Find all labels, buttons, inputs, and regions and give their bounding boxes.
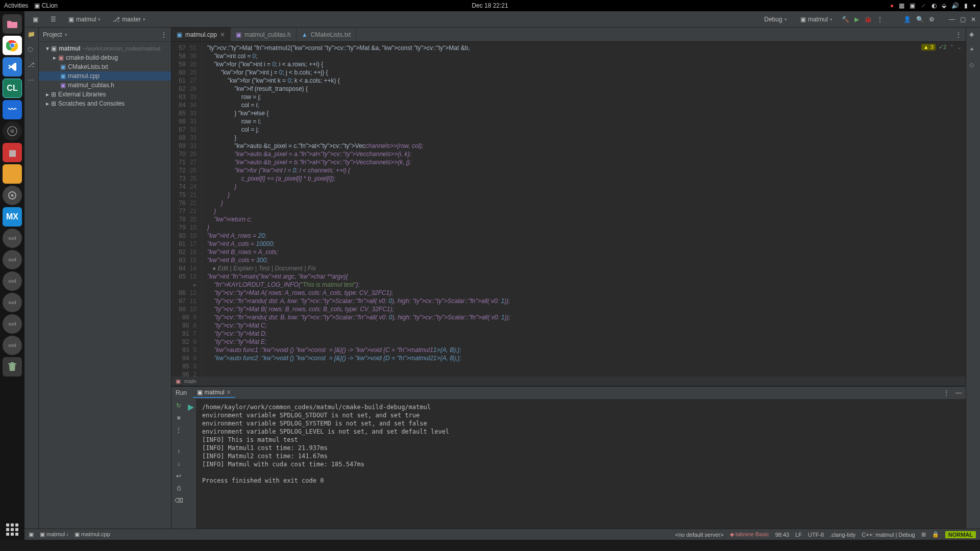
dock-vscode[interactable] [3,57,22,77]
target-selector[interactable]: ▣ matmul ▾ [796,15,837,24]
chevron-down-icon[interactable]: ▾ [973,2,976,9]
dock-obs[interactable] [3,121,22,141]
tab-options-icon[interactable]: ⋮ [951,28,966,41]
tray-icon[interactable]: ▦ [899,2,904,9]
status-tabnine[interactable]: ◆ tabnine Basic [730,531,769,538]
config-selector[interactable]: Debug ▾ [760,15,791,24]
chevron-down-icon[interactable]: ▾ [65,32,67,37]
tree-folder[interactable]: ▸▣cmake-build-debug [39,53,171,62]
dock-app-blue[interactable]: 〰 [3,100,22,119]
status-encoding[interactable]: UTF-8 [808,532,824,538]
run-panel: Run ▣ matmul ✕ ⋮ — ↻ ■ ⋮ ↑ ↓ ↩ ⎙ [172,386,966,529]
dock-clion[interactable]: CL [3,79,22,98]
status-tool-icon[interactable]: ▣ [29,531,34,538]
scroll-down-icon[interactable]: ↓ [177,460,180,467]
rerun-icon[interactable]: ↻ [176,402,181,409]
dock-files[interactable] [3,14,22,34]
status-linter[interactable]: .clang-tidy [830,532,855,538]
dock-disk-1[interactable]: ssd [3,229,22,248]
wrap-icon[interactable]: ↩ [176,472,181,480]
scroll-up-icon[interactable]: ↑ [177,448,180,455]
tray-icon[interactable]: ● [890,2,894,9]
notifications-icon[interactable]: ◆ [969,31,977,39]
tab-matmul-cublas[interactable]: ▣matmul_cublas.h [231,28,297,41]
settings-icon[interactable]: ⚙ [929,16,935,23]
structure-tool-icon[interactable]: ⬡ [28,46,36,54]
run-icon[interactable]: ▶ [854,16,859,23]
main-menu-icon[interactable]: ☰ [46,15,60,24]
build-icon[interactable]: 🔨 [842,16,849,23]
dock-disk-4[interactable]: ssd [3,293,22,312]
status-breadcrumb-file[interactable]: ▣ matmul.cpp [75,531,110,538]
status-breadcrumb[interactable]: ▣ matmul › [40,531,68,538]
more-run-icon[interactable]: ⋮ [877,16,883,23]
editor-breadcrumb[interactable]: ▣ main [172,377,966,386]
status-line-sep[interactable]: LF [795,532,802,538]
panel-options-icon[interactable]: ⋮ [943,389,949,396]
run-output[interactable]: /home/kaylor/work/common_codes/matmul/cm… [196,399,966,529]
close-icon[interactable]: ✕ [971,16,976,23]
run-tab[interactable]: ▣ matmul ✕ [193,388,235,398]
project-tool-icon[interactable]: 📁 [28,31,36,39]
debug-icon[interactable]: 🐞 [864,16,872,23]
clock[interactable]: Dec 18 22:21 [472,2,508,9]
svg-point-3 [10,129,14,133]
minimize-panel-icon[interactable]: — [955,389,962,396]
dock-app-red[interactable]: ▦ [3,143,22,162]
dock-trash[interactable] [3,357,22,377]
tree-file[interactable]: ▣CMakeLists.txt [39,62,171,71]
status-context[interactable]: C++: matmul | Debug [862,532,915,538]
activities-button[interactable]: Activities [4,2,28,9]
dock-chrome[interactable] [3,36,22,55]
panel-options-icon[interactable]: ⋮ [161,31,167,38]
dock-disk-6[interactable]: ssd [3,336,22,355]
stop-icon[interactable]: ■ [177,414,180,421]
close-icon[interactable]: ✕ [220,31,225,38]
tray-icon[interactable]: ⬙ [942,2,946,9]
dock-disk-2[interactable]: ssd [3,250,22,269]
ide-window: ▣ ☰ ▣ matmul ▾ ⎇ master ▾ Debug ▾ ▣ matm… [24,11,980,540]
ai-tool-icon[interactable]: ✦ [969,46,977,54]
tab-cmakelists[interactable]: ▲CMakeLists.txt [297,28,357,41]
code-content[interactable]: "ty">cv::"ty">Mat "fn">matmul2("kw">cons… [202,42,966,377]
tree-file[interactable]: ▣matmul_cublas.h [39,81,171,90]
inspection-widget[interactable]: ▲ 3 ✓2 ⌃⌄ [921,44,962,51]
code-with-me-icon[interactable]: 👤 [903,16,911,23]
minimize-icon[interactable]: — [949,16,955,23]
battery-icon[interactable]: ▮ [964,2,968,9]
dock-app-orange[interactable] [3,164,22,184]
tree-root[interactable]: ▾▣ matmul ~/work/common_codes/matmul [39,44,171,53]
tree-ext-libs[interactable]: ▸⊞External Libraries [39,90,171,99]
status-icon[interactable]: ⊞ [921,531,926,538]
clear-icon[interactable]: ⌫ [175,497,183,504]
play-icon[interactable]: ▶ [188,402,194,412]
tray-icon[interactable]: ◐ [932,2,937,9]
project-title: Project [43,31,62,38]
dock-settings[interactable] [3,186,22,205]
vcs-tool-icon[interactable]: ⎇ [28,61,36,69]
volume-icon[interactable]: 🔊 [951,2,959,9]
more-tools-icon[interactable]: ⋯ [28,77,36,85]
tray-icon[interactable]: ▣ [910,2,915,9]
database-tool-icon[interactable]: ◇ [969,61,977,69]
print-icon[interactable]: ⎙ [177,485,181,492]
dock-mx[interactable]: MX [3,207,22,227]
maximize-icon[interactable]: ▢ [960,16,966,23]
wifi-icon[interactable]: ⟋ [920,2,926,9]
tree-scratches[interactable]: ▸⊞Scratches and Consoles [39,99,171,108]
branch-selector[interactable]: ⎇ master ▾ [109,15,150,24]
status-server[interactable]: <no default server> [675,532,724,538]
window-menu-icon[interactable]: ▣ [29,15,42,24]
project-selector[interactable]: ▣ matmul ▾ [64,15,105,24]
status-lock-icon[interactable]: 🔒 [932,531,939,538]
status-position[interactable]: 98:43 [775,532,790,538]
tree-file-active[interactable]: ▣matmul.cpp [39,71,171,81]
app-menu[interactable]: ▣ CLion [34,2,58,9]
code-editor[interactable]: 5751583859206020612762266333643465336633… [172,42,966,377]
dock-show-apps[interactable] [6,523,18,536]
dock-disk-3[interactable]: ssd [3,271,22,291]
dock-disk-5[interactable]: ssd [3,314,22,334]
tab-matmul-cpp[interactable]: ▣matmul.cpp✕ [172,28,231,41]
run-options-icon[interactable]: ⋮ [176,427,182,434]
search-icon[interactable]: 🔍 [916,16,924,23]
